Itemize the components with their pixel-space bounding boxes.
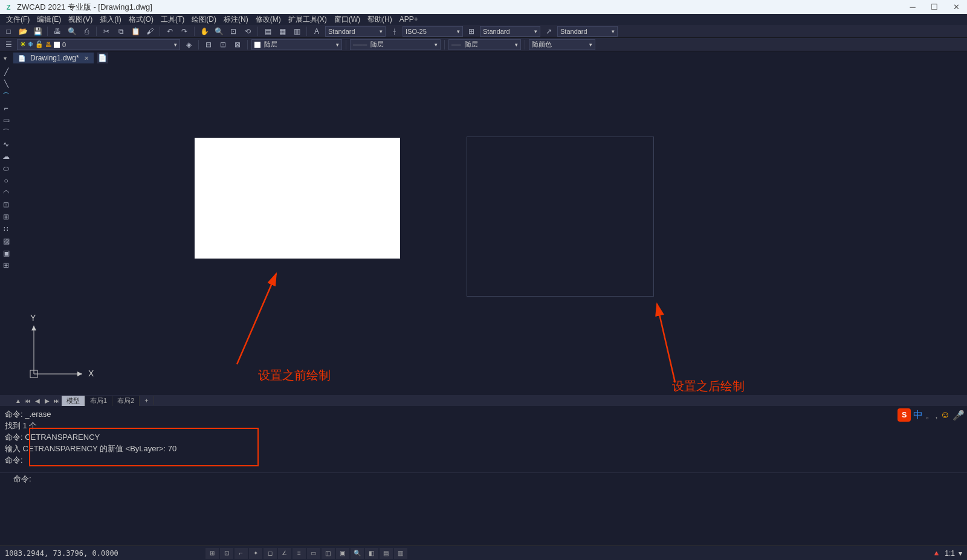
close-tab-icon[interactable]: ✕ xyxy=(84,55,89,62)
multileader-combo[interactable]: Standard▾ xyxy=(557,26,618,37)
filetab-drawing1[interactable]: 📄 Drawing1.dwg* ✕ xyxy=(13,53,94,63)
drawing-canvas[interactable]: 设置之前绘制 设置之后绘制 X Y xyxy=(13,65,967,394)
cut-icon[interactable]: ✂ xyxy=(100,26,112,37)
tab-layout2[interactable]: 布局2 xyxy=(112,396,140,406)
dimstyle-combo[interactable]: ISO-25▾ xyxy=(403,26,463,37)
cycle-toggle[interactable]: ◫ xyxy=(322,548,335,559)
textstyle-icon[interactable]: A xyxy=(311,26,323,37)
menu-express[interactable]: 扩展工具(X) xyxy=(285,14,331,25)
ortho-toggle[interactable]: ⌐ xyxy=(234,548,248,559)
lineweight-combo[interactable]: ──随层▾ xyxy=(448,39,521,50)
insert-icon[interactable]: ⊞ xyxy=(0,211,12,222)
layeroff-icon[interactable]: ⊠ xyxy=(231,39,244,50)
xline-icon[interactable]: ╲ xyxy=(0,79,12,89)
menu-help[interactable]: 帮助(H) xyxy=(364,14,396,25)
print-icon[interactable]: 🖶 xyxy=(51,26,63,37)
anno-scale-icon[interactable]: 🔺 xyxy=(932,549,941,558)
dimstyle-icon[interactable]: ⟊ xyxy=(388,26,400,37)
magnifier-toggle[interactable]: 🔍 xyxy=(351,548,364,559)
ime-emoji-icon[interactable]: ☺ xyxy=(940,410,950,420)
menu-modify[interactable]: 修改(M) xyxy=(252,14,285,25)
designctr-icon[interactable]: ▦ xyxy=(276,26,288,37)
matchprop-icon[interactable]: 🖌 xyxy=(144,26,156,37)
spline-icon[interactable]: ∿ xyxy=(0,139,12,150)
arc2-icon[interactable]: ⌒ xyxy=(0,127,12,138)
polar-toggle[interactable]: ✦ xyxy=(249,548,262,559)
color-combo[interactable]: 随颜色▾ xyxy=(529,39,595,50)
menu-insert[interactable]: 插入(I) xyxy=(96,14,125,25)
rectangle-icon[interactable]: ▭ xyxy=(0,115,12,126)
region-icon[interactable]: ▣ xyxy=(0,248,12,259)
lwt-toggle[interactable]: ≡ xyxy=(293,548,306,559)
publish-icon[interactable]: ⎙ xyxy=(80,26,92,37)
scale-readout[interactable]: 1:1 xyxy=(945,549,955,558)
statusbar-menu-icon[interactable]: ▾ xyxy=(959,549,962,558)
zoom-win-icon[interactable]: ⊡ xyxy=(227,26,239,37)
layeriso-icon[interactable]: ⊟ xyxy=(202,39,215,50)
undo-icon[interactable]: ↶ xyxy=(164,26,176,37)
revcloud-icon[interactable]: ☁ xyxy=(0,151,12,162)
sogou-icon[interactable]: S xyxy=(897,408,911,422)
tablestyle-combo[interactable]: Standard▾ xyxy=(480,26,540,37)
menu-app[interactable]: APP+ xyxy=(396,14,422,25)
zoom-rt-icon[interactable]: 🔍 xyxy=(213,26,225,37)
menu-window[interactable]: 窗口(W) xyxy=(331,14,364,25)
layermgr-icon[interactable]: ☰ xyxy=(2,39,15,50)
open-icon[interactable]: 📂 xyxy=(17,26,29,37)
tabnav-first-icon[interactable]: ▲ xyxy=(13,396,23,405)
close-button[interactable]: ✕ xyxy=(945,0,967,14)
linetype-combo[interactable]: ───随层▾ xyxy=(350,39,441,50)
arc-icon[interactable]: ⌒ xyxy=(0,91,12,101)
dyn-toggle[interactable]: ▭ xyxy=(307,548,320,559)
extra-toggle1[interactable]: ◧ xyxy=(365,548,378,559)
tablestyle-icon[interactable]: ⊞ xyxy=(465,26,477,37)
circle-icon[interactable]: ○ xyxy=(0,175,12,186)
tabnav-prev-icon[interactable]: ◀ xyxy=(33,396,42,405)
line-icon[interactable]: ╱ xyxy=(0,66,12,77)
osnap-toggle[interactable]: ◻ xyxy=(264,548,277,559)
layer-dd-combo[interactable]: 随层▾ xyxy=(251,39,342,50)
tab-add[interactable]: + xyxy=(140,396,154,405)
extra-toggle2[interactable]: ▤ xyxy=(380,548,393,559)
ime-punct[interactable]: 。, xyxy=(925,409,937,422)
ime-mic-icon[interactable]: 🎤 xyxy=(952,410,965,421)
new-tab-button[interactable]: 📄 xyxy=(97,53,108,63)
menu-view[interactable]: 视图(V) xyxy=(65,14,96,25)
layerprev-icon[interactable]: ◈ xyxy=(183,39,195,50)
maximize-button[interactable]: ☐ xyxy=(923,0,945,14)
ellipse-icon[interactable]: ⬭ xyxy=(0,163,12,174)
layerfrz-icon[interactable]: ⊡ xyxy=(217,39,229,50)
menu-format[interactable]: 格式(O) xyxy=(125,14,157,25)
polyline-icon[interactable]: ⌐ xyxy=(0,103,12,114)
mleaderstyle-icon[interactable]: ↗ xyxy=(543,26,555,37)
preview-icon[interactable]: 🔍 xyxy=(66,26,78,37)
toolpalette-icon[interactable]: ▥ xyxy=(291,26,303,37)
tabnav-prevset-icon[interactable]: ⏮ xyxy=(23,396,33,405)
menu-file[interactable]: 文件(F) xyxy=(2,14,33,25)
minimize-button[interactable]: ─ xyxy=(902,0,923,14)
menu-draw[interactable]: 绘图(D) xyxy=(188,14,220,25)
grid-toggle[interactable]: ⊡ xyxy=(220,548,233,559)
filetab-menu-icon[interactable]: ▾ xyxy=(4,55,7,62)
copy-icon[interactable]: ⧉ xyxy=(115,26,127,37)
properties-icon[interactable]: ▤ xyxy=(262,26,274,37)
extra-toggle3[interactable]: ▥ xyxy=(394,548,407,559)
layer-combo[interactable]: ☀❄🔓🖶0▾ xyxy=(17,39,180,50)
menu-dimension[interactable]: 标注(N) xyxy=(220,14,252,25)
block-icon[interactable]: ⊡ xyxy=(0,199,12,210)
paste-icon[interactable]: 📋 xyxy=(129,26,141,37)
menu-edit[interactable]: 编辑(E) xyxy=(33,14,65,25)
textstyle-combo[interactable]: Standard▾ xyxy=(325,26,386,37)
model-toggle[interactable]: ▣ xyxy=(336,548,349,559)
zoom-prev-icon[interactable]: ⟲ xyxy=(242,26,254,37)
ime-lang[interactable]: 中 xyxy=(913,409,923,422)
save-icon[interactable]: 💾 xyxy=(31,26,44,37)
tab-model[interactable]: 模型 xyxy=(62,396,85,406)
tabnav-nextset-icon[interactable]: ⏭ xyxy=(52,396,62,405)
tabnav-next-icon[interactable]: ▶ xyxy=(42,396,52,405)
otrack-toggle[interactable]: ∠ xyxy=(278,548,291,559)
table-icon[interactable]: ⊞ xyxy=(0,260,12,271)
redo-icon[interactable]: ↷ xyxy=(178,26,190,37)
hatch-icon[interactable]: ▨ xyxy=(0,236,12,246)
pan-icon[interactable]: ✋ xyxy=(198,26,210,37)
